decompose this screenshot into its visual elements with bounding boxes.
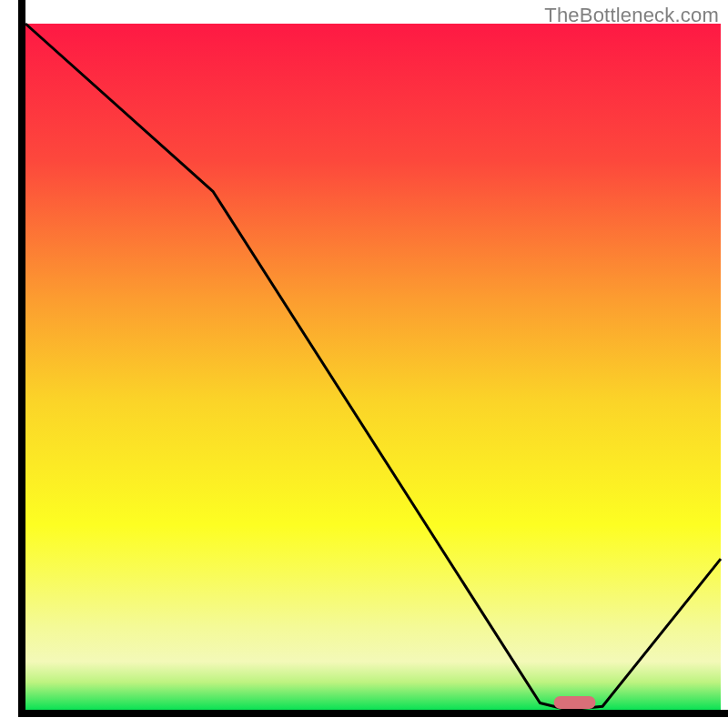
gradient-background xyxy=(25,24,721,710)
watermark-text: TheBottleneck.com xyxy=(544,4,719,27)
bottleneck-chart xyxy=(0,0,728,728)
optimal-zone-marker xyxy=(554,696,596,709)
chart-container: TheBottleneck.com xyxy=(0,0,728,728)
